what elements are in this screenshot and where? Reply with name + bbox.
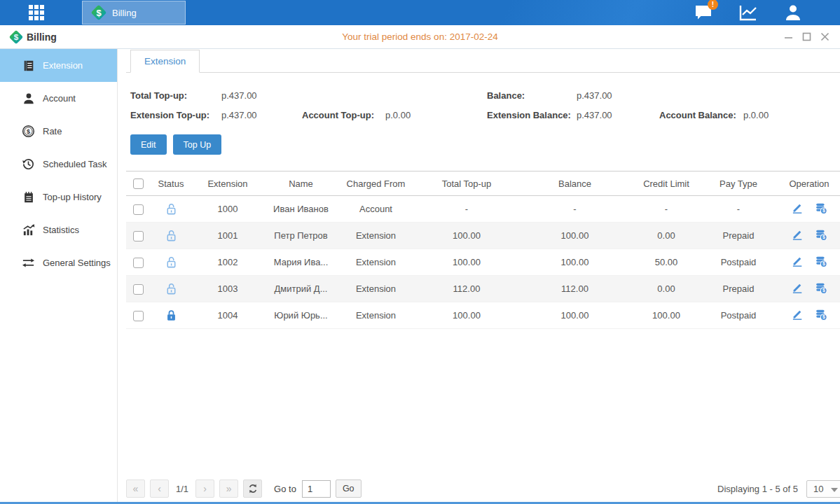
- total-topup-cell: 100.00: [413, 223, 520, 249]
- sidebar-item-label: Account: [43, 93, 76, 104]
- chevron-down-icon: [831, 488, 838, 492]
- edit-button[interactable]: Edit: [130, 134, 167, 155]
- edit-icon[interactable]: [791, 281, 804, 294]
- window-titlebar: $ Billing Your trial period ends on: 201…: [0, 25, 840, 49]
- sidebar-item-label: Top-up History: [43, 192, 102, 202]
- topup-icon[interactable]: $: [815, 255, 827, 267]
- credit-limit-cell: 100.00: [630, 302, 703, 329]
- messages-icon[interactable]: !: [693, 2, 714, 23]
- name-cell: Петр Петров: [263, 223, 338, 249]
- charged-from-cell: Extension: [338, 223, 413, 249]
- extension-table: StatusExtensionNameCharged FromTotal Top…: [126, 171, 840, 329]
- edit-icon[interactable]: [791, 255, 804, 267]
- row-checkbox[interactable]: [133, 311, 144, 321]
- charged-from-cell: Account: [338, 196, 413, 223]
- account-balance-value: p.0.00: [743, 110, 840, 120]
- balance-cell: 100.00: [520, 249, 630, 276]
- refresh-icon[interactable]: [243, 479, 262, 498]
- credit-limit-cell: 0.00: [630, 276, 703, 302]
- sidebar-item-rate[interactable]: $Rate: [0, 115, 117, 148]
- column-header-pay-type: Pay Type: [703, 172, 774, 196]
- sidebar-item-extension[interactable]: Extension: [0, 49, 117, 82]
- prev-page-button[interactable]: ‹: [150, 479, 169, 498]
- close-icon[interactable]: [819, 31, 830, 43]
- column-header-name: Name: [263, 172, 338, 196]
- total-topup-cell: 112.00: [413, 276, 520, 302]
- row-checkbox[interactable]: [133, 284, 144, 295]
- column-header-status: Status: [150, 172, 192, 196]
- edit-icon[interactable]: [791, 308, 804, 321]
- balance-cell: 100.00: [520, 223, 630, 249]
- displaying-text: Displaying 1 - 5 of 5: [717, 484, 798, 494]
- notification-badge: !: [708, 0, 718, 10]
- column-header-charged-from: Charged From: [338, 172, 413, 196]
- balance-cell: 112.00: [520, 276, 630, 302]
- sidebar-item-top-up-history[interactable]: Top-up History: [0, 181, 117, 214]
- goto-page-input[interactable]: [302, 480, 331, 498]
- sidebar-item-general-settings[interactable]: General Settings: [0, 246, 117, 279]
- first-page-button[interactable]: «: [126, 479, 145, 498]
- tab-extension[interactable]: Extension: [130, 50, 200, 73]
- locked-icon: [165, 309, 178, 322]
- balance-value: p.437.00: [577, 90, 659, 101]
- total-topup-cell: 100.00: [413, 302, 520, 329]
- topup-button[interactable]: Top Up: [173, 134, 222, 155]
- ledger-icon: [22, 59, 35, 72]
- total-topup-cell: 100.00: [413, 249, 520, 276]
- taskbar-tab-billing[interactable]: $ Billing: [82, 1, 186, 24]
- goto-label: Go to: [274, 484, 296, 494]
- user-account-icon[interactable]: [783, 2, 804, 23]
- row-checkbox[interactable]: [133, 204, 144, 215]
- unlocked-icon: [165, 255, 178, 269]
- sidebar-item-label: Scheduled Task: [43, 159, 107, 169]
- topup-icon[interactable]: $: [815, 228, 827, 241]
- topup-icon[interactable]: $: [815, 308, 827, 321]
- charged-from-cell: Extension: [338, 276, 413, 302]
- svg-text:$: $: [822, 288, 825, 293]
- topup-icon[interactable]: $: [815, 281, 827, 294]
- sidebar-item-label: General Settings: [43, 258, 111, 268]
- extension-balance-label: Extension Balance:: [487, 110, 577, 120]
- sidebar-item-label: Statistics: [43, 225, 79, 235]
- stats-icon: [22, 223, 35, 237]
- billing-window-icon: $: [9, 30, 23, 44]
- edit-icon[interactable]: [791, 202, 804, 214]
- sidebar-item-scheduled-task[interactable]: Scheduled Task: [0, 148, 117, 181]
- taskbar-tab-label: Billing: [112, 8, 137, 18]
- main-panel: Extension Total Top-up: p.437.00 Balance…: [118, 49, 840, 504]
- account-topup-value: p.0.00: [385, 110, 487, 120]
- column-header-credit-limit: Credit Limit: [630, 172, 703, 196]
- row-checkbox[interactable]: [133, 258, 144, 268]
- last-page-button[interactable]: »: [219, 479, 238, 498]
- app-grid-icon[interactable]: [25, 1, 48, 24]
- page-size-value: 10: [813, 484, 823, 494]
- select-all-checkbox[interactable]: [133, 178, 144, 189]
- account-topup-label: Account Top-up:: [302, 110, 385, 120]
- sidebar-item-statistics[interactable]: Statistics: [0, 214, 117, 246]
- maximize-icon[interactable]: [801, 31, 812, 43]
- unlocked-icon: [165, 282, 178, 295]
- next-page-button[interactable]: ›: [195, 479, 214, 498]
- page-size-select[interactable]: 10: [806, 480, 840, 498]
- notepad-icon: [22, 190, 35, 204]
- pagination-bar: « ‹ 1/1 › » Go to Go Displaying 1 - 5 of…: [126, 479, 840, 498]
- svg-text:$: $: [822, 314, 825, 320]
- topup-icon[interactable]: $: [815, 202, 827, 214]
- minimize-icon[interactable]: [783, 31, 794, 43]
- svg-text:$: $: [822, 208, 825, 214]
- credit-limit-cell: 0.00: [630, 223, 703, 249]
- edit-icon[interactable]: [791, 228, 804, 241]
- row-checkbox[interactable]: [133, 231, 144, 241]
- reports-chart-icon[interactable]: [738, 2, 759, 23]
- sidebar-item-label: Rate: [43, 126, 62, 136]
- sidebar-item-account[interactable]: Account: [0, 82, 117, 115]
- pay-type-cell: Postpaid: [703, 249, 774, 276]
- go-button[interactable]: Go: [336, 479, 362, 498]
- column-header-operation: Operation: [774, 172, 840, 196]
- total-topup-label: Total Top-up:: [130, 90, 221, 101]
- window-title: Billing: [27, 31, 57, 43]
- extension-topup-label: Extension Top-up:: [130, 110, 221, 120]
- balance-cell: 100.00: [520, 302, 630, 329]
- column-header-balance: Balance: [520, 172, 630, 196]
- extension-cell: 1002: [192, 249, 263, 276]
